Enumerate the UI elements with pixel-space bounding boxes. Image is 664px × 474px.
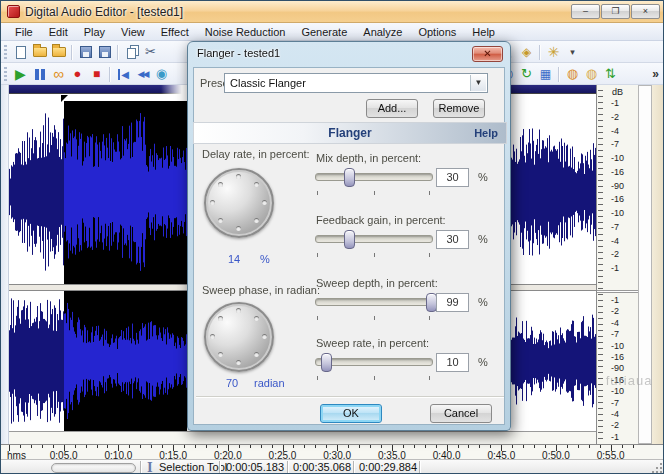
- menu-item-edit[interactable]: Edit: [41, 24, 76, 40]
- save-as-icon[interactable]: [95, 43, 114, 61]
- tool-b-icon[interactable]: ◍: [582, 65, 601, 83]
- resize-grip[interactable]: [652, 462, 663, 473]
- crossfade-icon[interactable]: ◈: [517, 43, 536, 61]
- close-button[interactable]: ×: [631, 4, 660, 19]
- ruler-tick: [140, 445, 141, 448]
- preset-combobox[interactable]: Classic Flanger ▼: [224, 73, 488, 93]
- sweep-depth-slider[interactable]: [315, 293, 433, 321]
- title-bar[interactable]: Digital Audio Editor - [tested1] – ❐ ×: [1, 1, 664, 23]
- copy-icon[interactable]: [122, 43, 141, 61]
- db-label: -1: [597, 264, 637, 273]
- menu-item-play[interactable]: Play: [76, 24, 113, 40]
- slider-track[interactable]: [315, 358, 433, 366]
- tool-a-icon[interactable]: ◍: [563, 65, 582, 83]
- slider-thumb[interactable]: [321, 353, 332, 372]
- loop-icon[interactable]: ∞: [49, 65, 68, 83]
- time-length: 0:00:29.884: [359, 461, 417, 473]
- pause-icon[interactable]: [30, 65, 49, 83]
- chevron-down-icon[interactable]: ▼: [470, 75, 486, 91]
- menu-item-file[interactable]: File: [7, 24, 41, 40]
- db-label: -4: [597, 237, 637, 246]
- ruler-tick: [348, 445, 349, 448]
- sweep-phase-knob[interactable]: [204, 302, 274, 372]
- ruler-tick: [195, 445, 196, 448]
- knob-dot: [236, 360, 241, 365]
- menu-item-options[interactable]: Options: [410, 24, 464, 40]
- menu-item-generate[interactable]: Generate: [293, 24, 355, 40]
- slider-track[interactable]: [315, 298, 433, 306]
- feedback-gain-unit: %: [478, 233, 488, 245]
- favorites-icon[interactable]: ✳: [544, 43, 563, 61]
- db-label: -90: [597, 182, 637, 191]
- menu-item-analyze[interactable]: Analyze: [355, 24, 410, 40]
- vertical-scrollbar[interactable]: [638, 85, 652, 444]
- zoom-all-icon[interactable]: ▦: [536, 65, 555, 83]
- knob-dot: [218, 352, 223, 357]
- sweep-depth-value[interactable]: 99: [436, 293, 469, 312]
- selection-start-marker[interactable]: [61, 95, 68, 102]
- menu-item-noise-reduction[interactable]: Noise Reduction: [197, 24, 294, 40]
- db-label: -7: [597, 223, 637, 232]
- mix-depth-label: Mix depth, in percent:: [316, 152, 421, 164]
- close-file-icon[interactable]: [49, 43, 68, 61]
- stop-icon[interactable]: ■: [87, 65, 106, 83]
- ruler-tick: [512, 445, 513, 448]
- app-window: Digital Audio Editor - [tested1] – ❐ × F…: [0, 0, 664, 474]
- time-end: 0:00:35.068: [293, 461, 351, 473]
- record-icon[interactable]: ●: [68, 65, 87, 83]
- toolbar-grip[interactable]: [4, 67, 7, 81]
- ok-button[interactable]: OK: [320, 404, 382, 423]
- ruler-tick: [600, 445, 601, 448]
- knob-dot: [262, 334, 267, 339]
- ruler-tick: [293, 445, 294, 448]
- toolbar-separator: [539, 45, 541, 60]
- toolbar-overflow-icon[interactable]: »: [646, 65, 664, 83]
- preset-value: Classic Flanger: [230, 77, 306, 89]
- delay-rate-knob[interactable]: [204, 168, 274, 238]
- menu-item-view[interactable]: View: [113, 24, 153, 40]
- open-file-icon[interactable]: [30, 43, 49, 61]
- menu-item-effect[interactable]: Effect: [153, 24, 197, 40]
- slider-track[interactable]: [315, 173, 433, 181]
- menu-item-help[interactable]: Help: [464, 24, 503, 40]
- toolbar-separator: [117, 45, 119, 60]
- restore-button[interactable]: ❐: [601, 4, 630, 19]
- slider-thumb[interactable]: [344, 230, 355, 249]
- window-title: Digital Audio Editor - [tested1]: [25, 5, 183, 19]
- help-link[interactable]: Help: [474, 127, 498, 139]
- toolbar-grip[interactable]: [4, 45, 7, 59]
- add-preset-button[interactable]: Add...: [366, 99, 418, 118]
- time-position: 0:00:05.183: [226, 461, 284, 473]
- mix-depth-slider[interactable]: [315, 168, 433, 196]
- fit-vertical-icon[interactable]: ⇅: [601, 65, 620, 83]
- mix-depth-value[interactable]: 30: [436, 168, 469, 187]
- go-start-icon[interactable]: ◀: [114, 65, 133, 83]
- sweep-depth-unit: %: [478, 296, 488, 308]
- play-selection-icon[interactable]: ◉: [152, 65, 171, 83]
- db-label: -2: [597, 113, 637, 122]
- sweep-rate-slider[interactable]: [315, 353, 433, 381]
- minimize-button[interactable]: –: [571, 4, 600, 19]
- play-icon[interactable]: ▶: [11, 65, 30, 83]
- status-separator: [287, 461, 289, 474]
- slider-thumb[interactable]: [344, 168, 355, 187]
- knob-dot: [254, 316, 259, 321]
- feedback-gain-slider[interactable]: [315, 230, 433, 258]
- cut-icon[interactable]: ✂: [141, 43, 160, 61]
- ruler-tick: [31, 445, 32, 448]
- save-icon[interactable]: [76, 43, 95, 61]
- remove-preset-button[interactable]: Remove: [433, 99, 485, 118]
- status-bar: I Selection Tool 0:00:05.183 0:00:35.068…: [1, 459, 664, 474]
- sweep-rate-value[interactable]: 10: [436, 353, 469, 372]
- timeline-ruler[interactable]: hms 0:05.00:10.00:15.00:20.00:25.00:30.0…: [1, 444, 664, 459]
- dialog-close-button[interactable]: ✕: [472, 46, 503, 62]
- ruler-tick: [304, 445, 305, 448]
- new-file-icon[interactable]: [11, 43, 30, 61]
- flanger-dialog: Flanger - tested1 ✕ Preset: Classic Flan…: [187, 41, 511, 431]
- slider-track[interactable]: [315, 235, 433, 243]
- refresh-icon[interactable]: ↻: [517, 65, 536, 83]
- feedback-gain-value[interactable]: 30: [436, 230, 469, 249]
- cancel-button[interactable]: Cancel: [430, 404, 492, 423]
- rewind-icon[interactable]: ◀◀: [133, 65, 152, 83]
- favorites-dropdown-icon[interactable]: ▾: [563, 43, 582, 61]
